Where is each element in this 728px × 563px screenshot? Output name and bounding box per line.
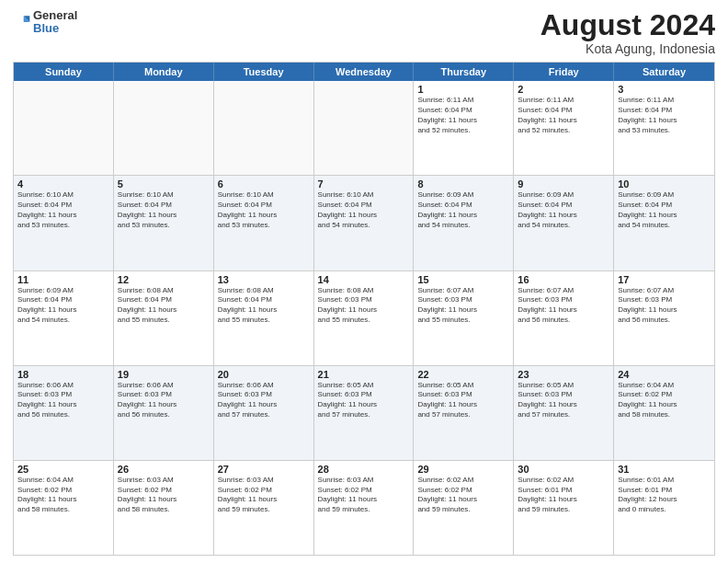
day-number: 2 — [518, 84, 609, 95]
calendar-day: 22Sunrise: 6:05 AM Sunset: 6:03 PM Dayli… — [414, 366, 514, 460]
calendar-body: 1Sunrise: 6:11 AM Sunset: 6:04 PM Daylig… — [14, 81, 714, 555]
day-number: 9 — [518, 178, 609, 190]
day-info: Sunrise: 6:09 AM Sunset: 6:04 PM Dayligh… — [618, 190, 711, 230]
day-number: 28 — [318, 464, 410, 475]
weekday-header: Friday — [514, 63, 614, 81]
calendar-day: 2Sunrise: 6:11 AM Sunset: 6:04 PM Daylig… — [514, 81, 614, 175]
day-number: 19 — [118, 369, 210, 380]
calendar-day: 20Sunrise: 6:06 AM Sunset: 6:03 PM Dayli… — [214, 366, 314, 460]
day-info: Sunrise: 6:11 AM Sunset: 6:04 PM Dayligh… — [618, 96, 711, 135]
weekday-header: Tuesday — [214, 63, 314, 81]
day-number: 6 — [218, 178, 310, 190]
day-info: Sunrise: 6:08 AM Sunset: 6:04 PM Dayligh… — [218, 286, 310, 326]
weekday-header: Sunday — [14, 63, 114, 81]
day-number: 25 — [17, 464, 109, 475]
day-number: 30 — [518, 464, 609, 475]
day-number: 22 — [417, 369, 509, 380]
day-number: 7 — [318, 178, 410, 190]
calendar-day: 27Sunrise: 6:03 AM Sunset: 6:02 PM Dayli… — [214, 461, 314, 555]
calendar-day: 8Sunrise: 6:09 AM Sunset: 6:04 PM Daylig… — [414, 176, 514, 270]
day-number: 21 — [318, 369, 410, 380]
calendar-day: 31Sunrise: 6:01 AM Sunset: 6:01 PM Dayli… — [614, 461, 714, 555]
calendar-day: 15Sunrise: 6:07 AM Sunset: 6:03 PM Dayli… — [414, 271, 514, 365]
calendar-day: 30Sunrise: 6:02 AM Sunset: 6:01 PM Dayli… — [514, 461, 614, 555]
day-number: 23 — [518, 369, 609, 380]
month-year: August 2024 — [540, 9, 715, 41]
day-number: 31 — [618, 464, 711, 475]
calendar-day: 14Sunrise: 6:08 AM Sunset: 6:03 PM Dayli… — [314, 271, 415, 365]
empty-cell — [214, 81, 314, 175]
day-info: Sunrise: 6:07 AM Sunset: 6:03 PM Dayligh… — [518, 286, 609, 326]
title-block: August 2024 Kota Agung, Indonesia — [540, 9, 715, 56]
calendar-day: 13Sunrise: 6:08 AM Sunset: 6:04 PM Dayli… — [214, 271, 314, 365]
calendar-day: 10Sunrise: 6:09 AM Sunset: 6:04 PM Dayli… — [614, 176, 714, 270]
day-number: 8 — [417, 178, 509, 190]
calendar-day: 12Sunrise: 6:08 AM Sunset: 6:04 PM Dayli… — [114, 271, 214, 365]
day-number: 16 — [518, 274, 609, 285]
calendar-day: 3Sunrise: 6:11 AM Sunset: 6:04 PM Daylig… — [614, 81, 714, 175]
day-info: Sunrise: 6:02 AM Sunset: 6:01 PM Dayligh… — [518, 476, 609, 515]
calendar-day: 23Sunrise: 6:05 AM Sunset: 6:03 PM Dayli… — [514, 366, 614, 460]
day-info: Sunrise: 6:03 AM Sunset: 6:02 PM Dayligh… — [218, 476, 310, 515]
day-info: Sunrise: 6:04 AM Sunset: 6:02 PM Dayligh… — [618, 381, 711, 420]
day-number: 17 — [618, 274, 711, 285]
calendar-day: 16Sunrise: 6:07 AM Sunset: 6:03 PM Dayli… — [514, 271, 614, 365]
empty-cell — [314, 81, 415, 175]
calendar-week: 1Sunrise: 6:11 AM Sunset: 6:04 PM Daylig… — [14, 81, 714, 176]
day-number: 27 — [218, 464, 310, 475]
day-number: 5 — [118, 178, 210, 190]
calendar-day: 29Sunrise: 6:02 AM Sunset: 6:02 PM Dayli… — [414, 461, 514, 555]
calendar-day: 5Sunrise: 6:10 AM Sunset: 6:04 PM Daylig… — [114, 176, 214, 270]
calendar-day: 18Sunrise: 6:06 AM Sunset: 6:03 PM Dayli… — [14, 366, 114, 460]
day-info: Sunrise: 6:04 AM Sunset: 6:02 PM Dayligh… — [17, 476, 109, 515]
day-number: 14 — [318, 274, 410, 285]
day-info: Sunrise: 6:05 AM Sunset: 6:03 PM Dayligh… — [518, 381, 609, 420]
weekday-header: Monday — [114, 63, 214, 81]
day-info: Sunrise: 6:10 AM Sunset: 6:04 PM Dayligh… — [218, 190, 310, 230]
calendar-week: 11Sunrise: 6:09 AM Sunset: 6:04 PM Dayli… — [14, 271, 714, 366]
day-info: Sunrise: 6:03 AM Sunset: 6:02 PM Dayligh… — [118, 476, 210, 515]
calendar-week: 18Sunrise: 6:06 AM Sunset: 6:03 PM Dayli… — [14, 366, 714, 461]
day-number: 10 — [618, 178, 711, 190]
logo: General Blue — [13, 9, 77, 36]
calendar-day: 9Sunrise: 6:09 AM Sunset: 6:04 PM Daylig… — [514, 176, 614, 270]
day-info: Sunrise: 6:05 AM Sunset: 6:03 PM Dayligh… — [417, 381, 509, 420]
calendar-day: 1Sunrise: 6:11 AM Sunset: 6:04 PM Daylig… — [414, 81, 514, 175]
day-number: 3 — [618, 84, 711, 95]
calendar-day: 17Sunrise: 6:07 AM Sunset: 6:03 PM Dayli… — [614, 271, 714, 365]
location: Kota Agung, Indonesia — [540, 41, 715, 56]
day-info: Sunrise: 6:07 AM Sunset: 6:03 PM Dayligh… — [618, 286, 711, 326]
day-info: Sunrise: 6:06 AM Sunset: 6:03 PM Dayligh… — [17, 381, 109, 420]
calendar-day: 21Sunrise: 6:05 AM Sunset: 6:03 PM Dayli… — [314, 366, 415, 460]
day-number: 13 — [218, 274, 310, 285]
day-info: Sunrise: 6:10 AM Sunset: 6:04 PM Dayligh… — [318, 190, 410, 230]
weekday-header: Saturday — [614, 63, 714, 81]
logo-icon — [13, 13, 31, 31]
day-info: Sunrise: 6:06 AM Sunset: 6:03 PM Dayligh… — [118, 381, 210, 420]
day-info: Sunrise: 6:02 AM Sunset: 6:02 PM Dayligh… — [417, 476, 509, 515]
weekday-header: Thursday — [414, 63, 514, 81]
weekday-header: Wednesday — [314, 63, 415, 81]
day-info: Sunrise: 6:11 AM Sunset: 6:04 PM Dayligh… — [518, 96, 609, 135]
day-info: Sunrise: 6:10 AM Sunset: 6:04 PM Dayligh… — [17, 190, 109, 230]
calendar-week: 4Sunrise: 6:10 AM Sunset: 6:04 PM Daylig… — [14, 176, 714, 270]
day-number: 1 — [417, 84, 509, 95]
day-info: Sunrise: 6:03 AM Sunset: 6:02 PM Dayligh… — [318, 476, 410, 515]
empty-cell — [14, 81, 114, 175]
day-number: 18 — [17, 369, 109, 380]
day-info: Sunrise: 6:08 AM Sunset: 6:03 PM Dayligh… — [318, 286, 410, 326]
day-info: Sunrise: 6:05 AM Sunset: 6:03 PM Dayligh… — [318, 381, 410, 420]
calendar-day: 25Sunrise: 6:04 AM Sunset: 6:02 PM Dayli… — [14, 461, 114, 555]
day-number: 20 — [218, 369, 310, 380]
calendar-header: SundayMondayTuesdayWednesdayThursdayFrid… — [14, 63, 714, 81]
calendar-day: 28Sunrise: 6:03 AM Sunset: 6:02 PM Dayli… — [314, 461, 415, 555]
day-number: 12 — [118, 274, 210, 285]
day-number: 4 — [17, 178, 109, 190]
day-info: Sunrise: 6:01 AM Sunset: 6:01 PM Dayligh… — [618, 476, 711, 515]
day-number: 29 — [417, 464, 509, 475]
calendar-week: 25Sunrise: 6:04 AM Sunset: 6:02 PM Dayli… — [14, 461, 714, 555]
day-info: Sunrise: 6:09 AM Sunset: 6:04 PM Dayligh… — [518, 190, 609, 230]
calendar-day: 11Sunrise: 6:09 AM Sunset: 6:04 PM Dayli… — [14, 271, 114, 365]
day-number: 11 — [17, 274, 109, 285]
calendar: SundayMondayTuesdayWednesdayThursdayFrid… — [13, 62, 715, 556]
